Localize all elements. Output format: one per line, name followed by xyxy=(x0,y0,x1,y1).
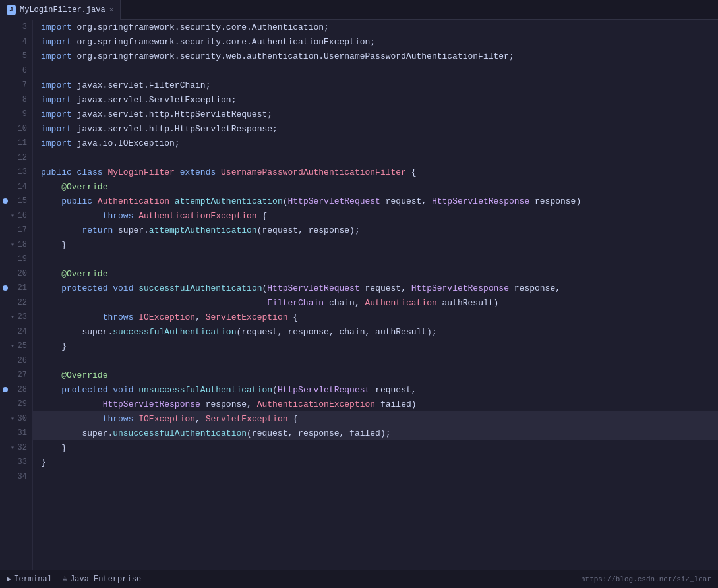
line-number: 17 xyxy=(0,223,32,237)
token-tx: super. xyxy=(118,225,149,235)
java-icon: ☕ xyxy=(63,574,67,584)
fold-icon[interactable]: ▾ xyxy=(11,415,15,423)
token-pkg: javax.servlet.http.HttpServletRequest; xyxy=(77,109,272,119)
fold-icon[interactable]: ▾ xyxy=(11,241,15,249)
code-line: import org.springframework.security.core… xyxy=(33,34,718,49)
line-num-label: 7 xyxy=(22,80,27,90)
token-pkg: java.io.IOException; xyxy=(77,138,180,148)
line-number: 15 xyxy=(0,194,32,208)
code-editor: 3456789101112131415▾1617▾1819202122▾2324… xyxy=(0,20,718,570)
line-number: 21 xyxy=(0,281,32,295)
code-line: import javax.servlet.http.HttpServletRes… xyxy=(33,121,718,136)
line-num-label: 17 xyxy=(18,225,27,235)
token-tx xyxy=(41,298,267,308)
token-tx: { xyxy=(293,312,298,322)
code-line: protected void unsuccessfulAuthenticatio… xyxy=(33,382,718,397)
code-line: super.unsuccessfulAuthentication(request… xyxy=(33,426,718,440)
code-line: public Authentication attemptAuthenticat… xyxy=(33,194,718,208)
token-tx: request, xyxy=(370,385,416,395)
line-number: ▾16 xyxy=(0,208,32,223)
line-num-label: 34 xyxy=(18,472,27,481)
token-tx: request, xyxy=(380,196,432,206)
token-tx xyxy=(41,283,61,293)
fold-icon[interactable]: ▾ xyxy=(11,342,15,350)
token-tx: { xyxy=(411,167,417,177)
terminal-label: Terminal xyxy=(14,575,52,584)
token-kw-class: class xyxy=(77,167,108,177)
line-num-label: 16 xyxy=(18,211,27,220)
token-mn: unsuccessfulAuthentication xyxy=(138,385,272,395)
token-pkg: javax.servlet.http.HttpServletResponse; xyxy=(77,124,278,134)
token-kw-protected: protected xyxy=(61,283,113,293)
token-cn: IOException xyxy=(138,312,195,322)
terminal-button[interactable]: ▶ Terminal xyxy=(7,574,52,584)
line-number-gutter: 3456789101112131415▾1617▾1819202122▾2324… xyxy=(0,20,33,570)
line-number: ▾25 xyxy=(0,339,32,353)
tab-close-button[interactable]: × xyxy=(109,6,114,14)
token-pkg: org.springframework.security.web.authent… xyxy=(77,51,514,61)
token-tx: } xyxy=(41,240,67,250)
line-num-label: 32 xyxy=(18,443,27,452)
line-number: 4 xyxy=(0,34,32,49)
line-num-label: 27 xyxy=(18,370,27,380)
line-num-label: 4 xyxy=(22,37,27,46)
line-num-label: 20 xyxy=(18,269,27,278)
token-tx: ( xyxy=(283,196,288,206)
token-kw-throws: throws xyxy=(103,211,139,221)
line-num-label: 14 xyxy=(18,182,27,191)
token-tx: (request, response, failed); xyxy=(247,428,390,438)
code-line: import javax.servlet.FilterChain; xyxy=(33,78,718,92)
code-line: super.successfulAuthentication(request, … xyxy=(33,324,718,339)
line-number: 33 xyxy=(0,455,32,469)
code-line: import org.springframework.security.core… xyxy=(33,20,718,34)
line-number: 28 xyxy=(0,382,32,397)
token-tx: authResult) xyxy=(437,298,499,308)
line-number: 12 xyxy=(0,150,32,165)
code-line: HttpServletResponse response, Authentica… xyxy=(33,397,718,411)
line-num-label: 26 xyxy=(18,356,27,365)
token-cn: Authentication xyxy=(98,196,175,206)
token-tx: , xyxy=(195,414,206,424)
fold-icon[interactable]: ▾ xyxy=(11,444,15,452)
code-line: throws IOException, ServletException { xyxy=(33,411,718,426)
token-tx xyxy=(41,414,103,424)
line-number: 22 xyxy=(0,295,32,310)
fold-icon[interactable]: ▾ xyxy=(11,313,15,321)
line-number: 31 xyxy=(0,426,32,440)
token-kw-import: import xyxy=(41,109,77,119)
line-num-label: 22 xyxy=(18,298,27,307)
token-tx xyxy=(41,399,103,409)
terminal-icon: ▶ xyxy=(7,574,11,584)
line-num-label: 24 xyxy=(18,327,27,336)
code-line: import java.io.IOException; xyxy=(33,136,718,150)
token-pm: HttpServletRequest xyxy=(288,196,380,206)
token-pkg: org.springframework.security.core.Authen… xyxy=(77,22,329,32)
code-line xyxy=(33,353,718,368)
line-num-label: 8 xyxy=(22,95,27,104)
line-num-label: 9 xyxy=(22,109,27,119)
token-tx: chain, xyxy=(324,298,365,308)
code-line: @Override xyxy=(33,266,718,281)
code-line xyxy=(33,469,718,484)
token-tx: response) xyxy=(529,196,581,206)
token-pm: HttpServletRequest xyxy=(278,385,370,395)
fold-icon[interactable]: ▾ xyxy=(11,212,15,220)
code-line: import org.springframework.security.web.… xyxy=(33,49,718,63)
line-num-label: 11 xyxy=(18,138,27,148)
token-kw-return: return xyxy=(82,225,118,235)
tab-filename: MyLoginFilter.java xyxy=(20,5,105,15)
code-line: @Override xyxy=(33,368,718,382)
token-kw-void: void xyxy=(113,385,138,395)
token-tx: ( xyxy=(262,283,267,293)
java-enterprise-button[interactable]: ☕ Java Enterprise xyxy=(63,574,141,584)
line-num-label: 12 xyxy=(18,153,27,162)
line-number: ▾30 xyxy=(0,411,32,426)
code-content[interactable]: import org.springframework.security.core… xyxy=(33,20,718,570)
token-tx: } xyxy=(41,443,67,453)
token-tx xyxy=(41,211,103,221)
line-number: 14 xyxy=(0,179,32,194)
code-line: return super.attemptAuthentication(reque… xyxy=(33,223,718,237)
token-cn: ServletException xyxy=(206,414,293,424)
token-tx xyxy=(41,269,61,279)
editor-tab[interactable]: J MyLoginFilter.java × xyxy=(0,0,121,20)
